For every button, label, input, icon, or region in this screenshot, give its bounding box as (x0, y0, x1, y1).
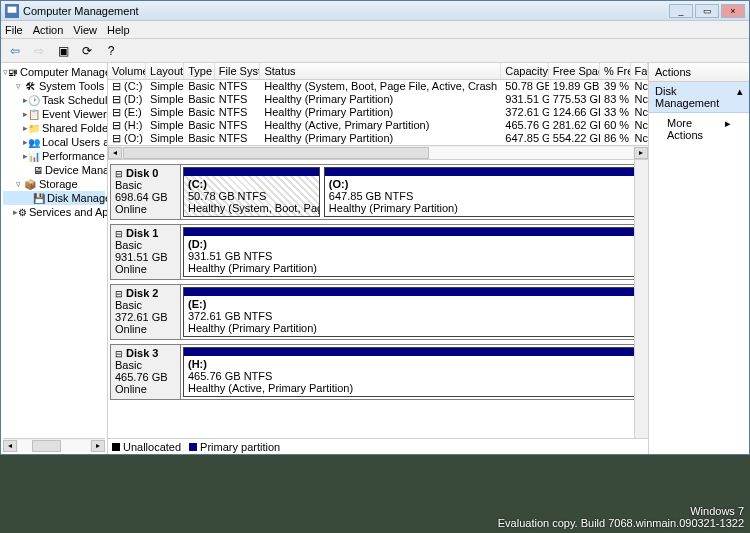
back-button[interactable]: ⇦ (5, 42, 25, 60)
partition[interactable]: (O:)647.85 GB NTFSHealthy (Primary Parti… (324, 167, 643, 217)
tree-device-manager[interactable]: 🖥Device Manager (3, 163, 105, 177)
table-row[interactable]: ⊟ (O:)SimpleBasicNTFSHealthy (Primary Pa… (108, 132, 648, 145)
partition[interactable]: (E:)372.61 GB NTFSHealthy (Primary Parti… (183, 287, 643, 337)
legend-primary-icon (189, 443, 197, 451)
forward-button[interactable]: ⇨ (29, 42, 49, 60)
management-window: Computer Management _ ▭ × File Action Vi… (0, 0, 750, 455)
legend-unallocated-icon (112, 443, 120, 451)
window-title: Computer Management (23, 5, 669, 17)
refresh-button[interactable]: ⟳ (77, 42, 97, 60)
col-pctfree: % Free (600, 63, 631, 79)
tree-performance[interactable]: ▸📊Performance (3, 149, 105, 163)
minimize-button[interactable]: _ (669, 4, 693, 18)
main-pane: Volume Layout Type File System Status Ca… (108, 63, 649, 454)
tree-event-viewer[interactable]: ▸📋Event Viewer (3, 107, 105, 121)
tree-hscroll[interactable]: ◂▸ (3, 438, 105, 452)
maximize-button[interactable]: ▭ (695, 4, 719, 18)
chevron-right-icon: ▸ (725, 117, 731, 141)
partition[interactable]: (C:)50.78 GB NTFSHealthy (System, Boot, … (183, 167, 320, 217)
tree-task-scheduler[interactable]: ▸🕑Task Scheduler (3, 93, 105, 107)
close-button[interactable]: × (721, 4, 745, 18)
col-type: Type (184, 63, 215, 79)
nav-tree[interactable]: ▿🖳Computer Management ▿🛠System Tools ▸🕑T… (1, 63, 108, 454)
disk-row[interactable]: ⊟ Disk 1Basic931.51 GBOnline(D:)931.51 G… (110, 224, 646, 280)
tree-services[interactable]: ▸⚙Services and Applicati (3, 205, 105, 219)
watermark: Windows 7 Evaluation copy. Build 7068.wi… (498, 505, 744, 529)
col-volume: Volume (108, 63, 146, 79)
actions-pane: Actions Disk Management▴ More Actions▸ (649, 63, 749, 454)
help-button[interactable]: ? (101, 42, 121, 60)
toolbar: ⇦ ⇨ ▣ ⟳ ? (1, 39, 749, 63)
actions-header: Actions (649, 63, 749, 82)
table-header[interactable]: Volume Layout Type File System Status Ca… (108, 63, 648, 80)
col-fault: Fa (631, 63, 648, 79)
titlebar[interactable]: Computer Management _ ▭ × (1, 1, 749, 21)
table-row[interactable]: ⊟ (E:)SimpleBasicNTFSHealthy (Primary Pa… (108, 106, 648, 119)
disk-row[interactable]: ⊟ Disk 2Basic372.61 GBOnline(E:)372.61 G… (110, 284, 646, 340)
volume-table[interactable]: Volume Layout Type File System Status Ca… (108, 63, 648, 160)
more-actions[interactable]: More Actions▸ (649, 113, 749, 145)
table-hscroll[interactable]: ◂▸ (108, 145, 648, 159)
table-row[interactable]: ⊟ (C:)SimpleBasicNTFSHealthy (System, Bo… (108, 80, 648, 93)
col-status: Status (260, 63, 501, 79)
table-row[interactable]: ⊟ (H:)SimpleBasicNTFSHealthy (Active, Pr… (108, 119, 648, 132)
app-icon (5, 4, 19, 18)
col-freespace: Free Space (549, 63, 600, 79)
col-layout: Layout (146, 63, 184, 79)
table-row[interactable]: ⊟ (D:)SimpleBasicNTFSHealthy (Primary Pa… (108, 93, 648, 106)
menu-view[interactable]: View (73, 24, 97, 36)
menu-help[interactable]: Help (107, 24, 130, 36)
col-capacity: Capacity (501, 63, 548, 79)
menu-action[interactable]: Action (33, 24, 64, 36)
partition[interactable]: (D:)931.51 GB NTFSHealthy (Primary Parti… (183, 227, 643, 277)
disk-row[interactable]: ⊟ Disk 3Basic465.76 GBOnline(H:)465.76 G… (110, 344, 646, 400)
svg-rect-1 (8, 6, 17, 12)
graph-vscroll[interactable] (634, 160, 648, 438)
tree-shared-folders[interactable]: ▸📁Shared Folders (3, 121, 105, 135)
disk-row[interactable]: ⊟ Disk 0Basic698.64 GBOnline(C:)50.78 GB… (110, 164, 646, 220)
actions-section[interactable]: Disk Management▴ (649, 82, 749, 113)
menu-file[interactable]: File (5, 24, 23, 36)
col-filesystem: File System (215, 63, 261, 79)
tree-local-users[interactable]: ▸👥Local Users and G (3, 135, 105, 149)
collapse-icon: ▴ (737, 85, 743, 109)
menubar: File Action View Help (1, 21, 749, 39)
disk-graphical-view[interactable]: ⊟ Disk 0Basic698.64 GBOnline(C:)50.78 GB… (108, 160, 648, 438)
tree-disk-management[interactable]: 💾Disk Management (3, 191, 105, 205)
tree-storage[interactable]: ▿📦Storage (3, 177, 105, 191)
tree-root[interactable]: ▿🖳Computer Management (3, 65, 105, 79)
show-hide-button[interactable]: ▣ (53, 42, 73, 60)
tree-system-tools[interactable]: ▿🛠System Tools (3, 79, 105, 93)
partition[interactable]: (H:)465.76 GB NTFSHealthy (Active, Prima… (183, 347, 643, 397)
legend: Unallocated Primary partition (108, 438, 648, 454)
